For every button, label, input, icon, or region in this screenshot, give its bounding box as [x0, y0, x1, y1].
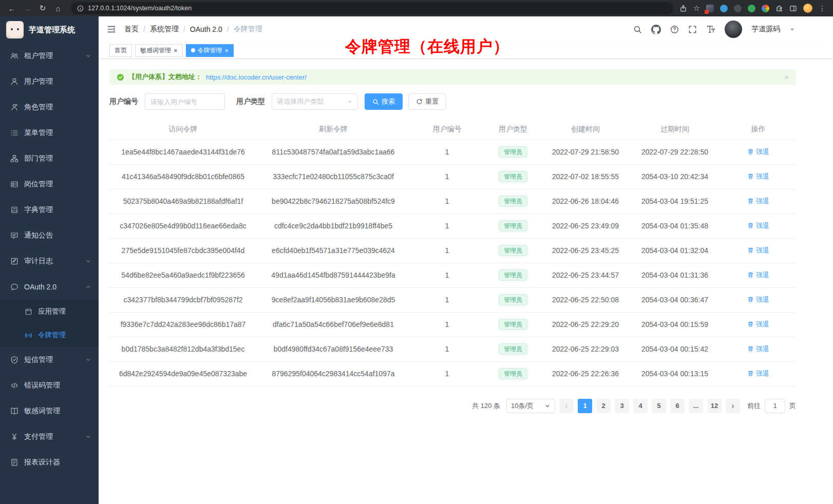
force-logout-button[interactable]: 强退 — [747, 344, 769, 354]
cell-user-type: 管理员 — [484, 287, 542, 312]
tab-token[interactable]: 令牌管理× — [186, 44, 234, 57]
sidebar-item-menu[interactable]: 菜单管理 — [0, 120, 99, 146]
force-logout-button[interactable]: 强退 — [747, 197, 769, 206]
prev-page-button[interactable]: ‹ — [559, 399, 574, 413]
force-logout-button[interactable]: 强退 — [747, 295, 769, 304]
extension-icon-1[interactable] — [706, 5, 714, 12]
tab-home[interactable]: 首页 — [109, 44, 132, 57]
reset-button[interactable]: 重置 — [408, 93, 446, 110]
cell-user-id: 1 — [410, 361, 484, 386]
cell-created-time: 2022-06-25 23:45:25 — [542, 238, 629, 263]
github-icon[interactable] — [651, 25, 661, 34]
sidebar-item-notice[interactable]: 通知公告 — [0, 223, 99, 248]
page-size-select[interactable]: 10条/页 — [506, 399, 555, 413]
sidebar-item-oauth2[interactable]: OAuth 2.0 — [0, 274, 99, 300]
site-info-icon[interactable] — [77, 5, 84, 12]
share-icon[interactable] — [679, 5, 687, 12]
search-icon[interactable] — [633, 25, 642, 34]
search-button-label: 搜索 — [382, 97, 395, 106]
errcode-icon — [10, 381, 18, 390]
trash-icon — [747, 370, 754, 377]
extension-icon-2[interactable] — [720, 5, 728, 12]
split-view-icon[interactable] — [789, 5, 797, 12]
force-logout-button[interactable]: 强退 — [747, 320, 769, 329]
tab-label: 令牌管理 — [198, 46, 222, 55]
next-page-button[interactable]: › — [726, 399, 740, 413]
sidebar-item-sms[interactable]: 短信管理 — [0, 347, 99, 373]
page-button-6[interactable]: 6 — [670, 399, 685, 413]
goto-page-input[interactable] — [765, 399, 785, 413]
force-logout-label: 强退 — [756, 270, 769, 280]
extension-icon-5[interactable] — [762, 5, 769, 12]
page-button-4[interactable]: 4 — [633, 399, 648, 413]
home-button[interactable]: ⌂ — [51, 2, 65, 15]
token-icon — [25, 332, 32, 339]
sidebar-item-label: 令牌管理 — [38, 331, 66, 340]
page-button-2[interactable]: 2 — [596, 399, 611, 413]
user-type-tag: 管理员 — [499, 146, 527, 158]
force-logout-button[interactable]: 强退 — [747, 172, 769, 181]
fullscreen-icon[interactable] — [688, 25, 697, 34]
sidebar-item-tenant[interactable]: 租户管理 — [0, 43, 99, 69]
page-button-5[interactable]: 5 — [652, 399, 666, 413]
sidebar-item-dict[interactable]: 字典管理 — [0, 197, 99, 223]
sidebar-item-user[interactable]: 用户管理 — [0, 69, 99, 94]
extension-icon-4[interactable] — [748, 5, 755, 12]
sidebar-toggle-icon[interactable] — [107, 25, 116, 34]
user-avatar[interactable] — [725, 21, 742, 38]
force-logout-button[interactable]: 强退 — [747, 246, 769, 255]
app-logo[interactable]: 芋道管理系统 — [0, 16, 99, 43]
tab-sensitive-word[interactable]: 敏感词管理× — [135, 44, 183, 57]
sidebar-item-oauth2-token[interactable]: 令牌管理 — [0, 323, 99, 347]
cell-created-time: 2022-06-25 22:50:08 — [542, 287, 629, 312]
font-size-icon[interactable] — [706, 25, 715, 34]
refresh-button[interactable]: ↻ — [36, 2, 49, 15]
pay-icon — [10, 433, 18, 441]
sidebar-item-report-designer[interactable]: 报表设计器 — [0, 450, 99, 475]
sidebar-item-post[interactable]: 岗位管理 — [0, 171, 99, 197]
chevron-down-icon[interactable] — [789, 27, 795, 32]
sidebar-item-oauth2-app[interactable]: 应用管理 — [0, 300, 99, 323]
force-logout-button[interactable]: 强退 — [747, 270, 769, 280]
user-name[interactable]: 芋道源码 — [751, 25, 780, 34]
extensions-puzzle-icon[interactable] — [775, 5, 783, 12]
force-logout-button[interactable]: 强退 — [747, 369, 769, 378]
extension-icon-3[interactable] — [734, 5, 742, 12]
sidebar-item-pay[interactable]: 支付管理 — [0, 424, 99, 450]
breadcrumb-item[interactable]: OAuth 2.0 — [190, 25, 222, 33]
success-check-icon — [117, 73, 124, 81]
sidebar-item-audit-log[interactable]: 审计日志 — [0, 248, 99, 274]
sidebar-item-error-code[interactable]: 错误码管理 — [0, 373, 99, 398]
user-type-select[interactable]: 请选择用户类型 — [272, 93, 358, 110]
url-bar[interactable]: 127.0.0.1:1024/system/oauth2/token — [71, 2, 673, 14]
bookmark-star-icon[interactable]: ☆ — [693, 4, 700, 13]
tab-close-icon[interactable]: × — [225, 47, 229, 54]
cell-expire-time: 2054-03-04 01:31:36 — [629, 263, 721, 287]
search-icon — [372, 99, 379, 105]
search-button[interactable]: 搜索 — [365, 93, 403, 110]
cell-user-id: 1 — [410, 189, 484, 214]
cell-refresh-token: 49d1aa46d1454fbd87591444423be9fa — [257, 263, 410, 287]
forward-button[interactable]: → — [21, 2, 34, 15]
tab-close-icon[interactable]: × — [174, 47, 178, 54]
page-button-3[interactable]: 3 — [615, 399, 629, 413]
force-logout-button[interactable]: 强退 — [747, 221, 769, 230]
sidebar-item-sensitive-word[interactable]: 敏感词管理 — [0, 398, 99, 424]
breadcrumb-item[interactable]: 系统管理 — [150, 25, 179, 34]
browser-profile-avatar[interactable] — [803, 4, 812, 13]
breadcrumb-item: 令牌管理 — [234, 25, 262, 34]
alert-banner: 【用户体系】文档地址： https://doc.iocoder.cn/user-… — [109, 69, 796, 85]
alert-link[interactable]: https://doc.iocoder.cn/user-center/ — [206, 73, 307, 81]
help-icon[interactable] — [670, 25, 679, 34]
back-button[interactable]: ← — [5, 2, 18, 15]
sidebar-item-dept[interactable]: 部门管理 — [0, 146, 99, 171]
user-id-input[interactable] — [150, 98, 219, 106]
kebab-menu-icon[interactable]: ⋮ — [819, 4, 826, 12]
page-button-1[interactable]: 1 — [578, 399, 592, 413]
page-button-12[interactable]: 12 — [707, 399, 722, 413]
alert-close-icon[interactable]: × — [784, 73, 789, 82]
force-logout-button[interactable]: 强退 — [747, 147, 769, 157]
breadcrumb-item[interactable]: 首页 — [124, 25, 139, 34]
pagination-ellipsis[interactable]: ... — [689, 399, 703, 413]
sidebar-item-role[interactable]: 角色管理 — [0, 94, 99, 120]
